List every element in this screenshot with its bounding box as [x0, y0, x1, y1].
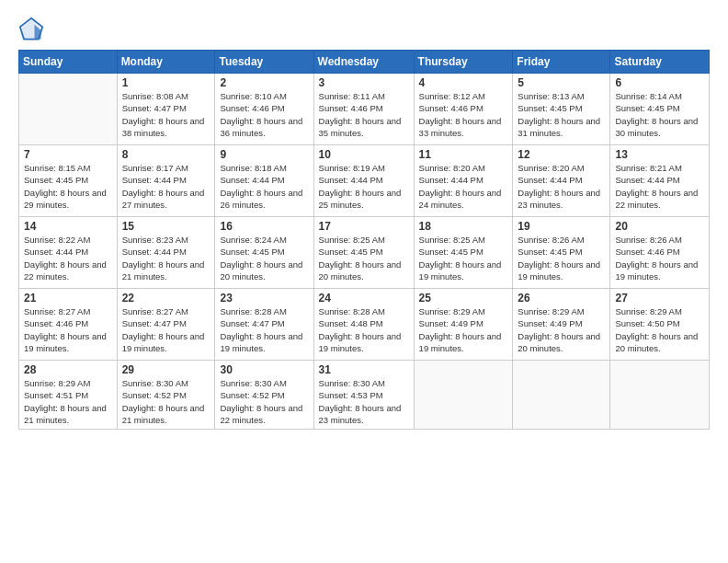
day-info: Sunrise: 8:13 AMSunset: 4:45 PMDaylight:…: [518, 90, 605, 139]
day-number: 23: [220, 292, 308, 304]
calendar-day-cell: 2Sunrise: 8:10 AMSunset: 4:46 PMDaylight…: [215, 74, 313, 145]
calendar-day-cell: 9Sunrise: 8:18 AMSunset: 4:44 PMDaylight…: [215, 145, 313, 217]
day-info: Sunrise: 8:08 AMSunset: 4:47 PMDaylight:…: [122, 90, 210, 139]
day-info: Sunrise: 8:22 AMSunset: 4:44 PMDaylight:…: [24, 234, 112, 282]
calendar-week-row: 1Sunrise: 8:08 AMSunset: 4:47 PMDaylight…: [19, 74, 710, 145]
calendar-day-cell: 20Sunrise: 8:26 AMSunset: 4:46 PMDayligh…: [610, 217, 710, 289]
day-info: Sunrise: 8:18 AMSunset: 4:44 PMDaylight:…: [220, 162, 308, 211]
day-number: 4: [419, 76, 508, 89]
logo-icon: [18, 17, 44, 42]
day-number: 18: [419, 220, 508, 233]
calendar-header-sunday: Sunday: [19, 51, 118, 74]
day-number: 26: [518, 292, 605, 304]
day-info: Sunrise: 8:27 AMSunset: 4:47 PMDaylight:…: [122, 305, 210, 354]
calendar-day-cell: [513, 361, 610, 430]
calendar-day-cell: 31Sunrise: 8:30 AMSunset: 4:53 PMDayligh…: [313, 361, 414, 430]
day-number: 25: [419, 292, 508, 304]
logo: [18, 17, 48, 42]
day-number: 14: [24, 220, 112, 233]
day-number: 3: [319, 76, 409, 89]
calendar-header-monday: Monday: [117, 51, 215, 74]
calendar-header-friday: Friday: [513, 51, 610, 74]
day-number: 2: [220, 76, 308, 89]
day-number: 8: [122, 148, 210, 161]
day-number: 15: [122, 220, 210, 233]
calendar-day-cell: 22Sunrise: 8:27 AMSunset: 4:47 PMDayligh…: [117, 289, 215, 361]
day-number: 27: [615, 292, 704, 304]
calendar-day-cell: 12Sunrise: 8:20 AMSunset: 4:44 PMDayligh…: [513, 145, 610, 217]
calendar-day-cell: 14Sunrise: 8:22 AMSunset: 4:44 PMDayligh…: [19, 217, 118, 289]
day-number: 10: [319, 148, 409, 161]
day-number: 17: [319, 220, 409, 233]
day-number: 5: [518, 76, 605, 89]
day-number: 12: [518, 148, 605, 161]
calendar-day-cell: 26Sunrise: 8:29 AMSunset: 4:49 PMDayligh…: [513, 289, 610, 361]
day-info: Sunrise: 8:29 AMSunset: 4:49 PMDaylight:…: [518, 305, 605, 354]
day-number: 16: [220, 220, 308, 233]
day-number: 22: [122, 292, 210, 304]
calendar-day-cell: 17Sunrise: 8:25 AMSunset: 4:45 PMDayligh…: [313, 217, 414, 289]
day-number: 31: [319, 363, 409, 376]
calendar-day-cell: 11Sunrise: 8:20 AMSunset: 4:44 PMDayligh…: [414, 145, 513, 217]
header: [18, 17, 710, 42]
calendar-week-row: 28Sunrise: 8:29 AMSunset: 4:51 PMDayligh…: [19, 361, 710, 430]
calendar-header-row: SundayMondayTuesdayWednesdayThursdayFrid…: [19, 51, 710, 74]
day-info: Sunrise: 8:20 AMSunset: 4:44 PMDaylight:…: [419, 162, 508, 211]
day-info: Sunrise: 8:24 AMSunset: 4:45 PMDaylight:…: [220, 234, 308, 282]
calendar-day-cell: 27Sunrise: 8:29 AMSunset: 4:50 PMDayligh…: [610, 289, 710, 361]
calendar-day-cell: 23Sunrise: 8:28 AMSunset: 4:47 PMDayligh…: [215, 289, 313, 361]
calendar-day-cell: 19Sunrise: 8:26 AMSunset: 4:45 PMDayligh…: [513, 217, 610, 289]
calendar-day-cell: [19, 74, 118, 145]
day-info: Sunrise: 8:15 AMSunset: 4:45 PMDaylight:…: [24, 162, 112, 211]
day-info: Sunrise: 8:21 AMSunset: 4:44 PMDaylight:…: [615, 162, 704, 211]
calendar-day-cell: [414, 361, 513, 430]
calendar-week-row: 7Sunrise: 8:15 AMSunset: 4:45 PMDaylight…: [19, 145, 710, 217]
calendar-header-thursday: Thursday: [414, 51, 513, 74]
day-number: 13: [615, 148, 704, 161]
calendar-day-cell: 28Sunrise: 8:29 AMSunset: 4:51 PMDayligh…: [19, 361, 118, 430]
day-info: Sunrise: 8:23 AMSunset: 4:44 PMDaylight:…: [122, 234, 210, 282]
page: SundayMondayTuesdayWednesdayThursdayFrid…: [0, 0, 728, 563]
day-info: Sunrise: 8:30 AMSunset: 4:52 PMDaylight:…: [220, 377, 308, 426]
calendar-day-cell: 8Sunrise: 8:17 AMSunset: 4:44 PMDaylight…: [117, 145, 215, 217]
calendar-day-cell: 7Sunrise: 8:15 AMSunset: 4:45 PMDaylight…: [19, 145, 118, 217]
calendar-day-cell: 25Sunrise: 8:29 AMSunset: 4:49 PMDayligh…: [414, 289, 513, 361]
day-info: Sunrise: 8:28 AMSunset: 4:48 PMDaylight:…: [319, 305, 409, 354]
calendar-day-cell: 29Sunrise: 8:30 AMSunset: 4:52 PMDayligh…: [117, 361, 215, 430]
calendar-day-cell: 18Sunrise: 8:25 AMSunset: 4:45 PMDayligh…: [414, 217, 513, 289]
calendar-day-cell: 3Sunrise: 8:11 AMSunset: 4:46 PMDaylight…: [313, 74, 414, 145]
calendar-day-cell: 4Sunrise: 8:12 AMSunset: 4:46 PMDaylight…: [414, 74, 513, 145]
day-info: Sunrise: 8:12 AMSunset: 4:46 PMDaylight:…: [419, 90, 508, 139]
day-number: 9: [220, 148, 308, 161]
day-info: Sunrise: 8:27 AMSunset: 4:46 PMDaylight:…: [24, 305, 112, 354]
calendar-day-cell: [610, 361, 710, 430]
day-number: 1: [122, 76, 210, 89]
day-number: 11: [419, 148, 508, 161]
day-number: 30: [220, 363, 308, 376]
calendar-day-cell: 6Sunrise: 8:14 AMSunset: 4:45 PMDaylight…: [610, 74, 710, 145]
day-info: Sunrise: 8:10 AMSunset: 4:46 PMDaylight:…: [220, 90, 308, 139]
day-info: Sunrise: 8:30 AMSunset: 4:53 PMDaylight:…: [319, 377, 409, 426]
calendar-week-row: 21Sunrise: 8:27 AMSunset: 4:46 PMDayligh…: [19, 289, 710, 361]
calendar-day-cell: 15Sunrise: 8:23 AMSunset: 4:44 PMDayligh…: [117, 217, 215, 289]
calendar-day-cell: 24Sunrise: 8:28 AMSunset: 4:48 PMDayligh…: [313, 289, 414, 361]
day-number: 29: [122, 363, 210, 376]
calendar-day-cell: 16Sunrise: 8:24 AMSunset: 4:45 PMDayligh…: [215, 217, 313, 289]
day-number: 21: [24, 292, 112, 304]
calendar-header-tuesday: Tuesday: [215, 51, 313, 74]
calendar-day-cell: 10Sunrise: 8:19 AMSunset: 4:44 PMDayligh…: [313, 145, 414, 217]
day-info: Sunrise: 8:26 AMSunset: 4:45 PMDaylight:…: [518, 234, 605, 282]
calendar-week-row: 14Sunrise: 8:22 AMSunset: 4:44 PMDayligh…: [19, 217, 710, 289]
day-number: 28: [24, 363, 112, 376]
day-number: 24: [319, 292, 409, 304]
day-info: Sunrise: 8:19 AMSunset: 4:44 PMDaylight:…: [319, 162, 409, 211]
calendar-day-cell: 30Sunrise: 8:30 AMSunset: 4:52 PMDayligh…: [215, 361, 313, 430]
calendar-header-wednesday: Wednesday: [313, 51, 414, 74]
day-info: Sunrise: 8:14 AMSunset: 4:45 PMDaylight:…: [615, 90, 704, 139]
day-number: 19: [518, 220, 605, 233]
day-info: Sunrise: 8:29 AMSunset: 4:51 PMDaylight:…: [24, 377, 112, 426]
day-info: Sunrise: 8:28 AMSunset: 4:47 PMDaylight:…: [220, 305, 308, 354]
day-number: 7: [24, 148, 112, 161]
day-number: 6: [615, 76, 704, 89]
calendar-day-cell: 1Sunrise: 8:08 AMSunset: 4:47 PMDaylight…: [117, 74, 215, 145]
